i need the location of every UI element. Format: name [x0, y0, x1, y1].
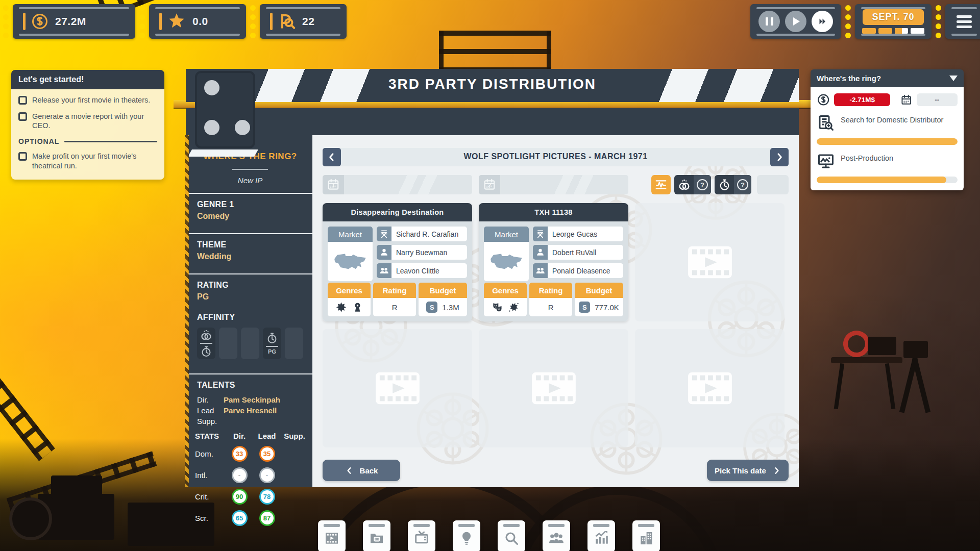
lead-name: Dobert RuVall [548, 245, 623, 260]
tv-button[interactable] [408, 520, 435, 551]
money-chip[interactable]: 27.2M [13, 4, 135, 39]
folding-chair-back [903, 341, 928, 358]
scout-chip[interactable]: 22 [260, 4, 347, 39]
screen-title: 3RD PARTY DISTRIBUTION [186, 76, 799, 92]
project-subtitle: New IP [188, 176, 312, 185]
director-chair-icon [533, 227, 548, 241]
scout-value: 22 [302, 15, 314, 28]
main-toolbar [318, 520, 660, 551]
us-market-map-icon [328, 242, 373, 281]
fast-forward-button[interactable] [812, 11, 833, 32]
talent-role: Lead [197, 406, 224, 415]
fast-forward-icon [816, 15, 828, 28]
chip-accent-bar [159, 13, 162, 30]
talent-role: Supp. [197, 417, 224, 425]
rating-label: RATING [197, 281, 303, 290]
people-icon [533, 263, 548, 278]
chevron-left-icon [345, 466, 354, 475]
studio-button[interactable] [632, 520, 660, 551]
ticket-perforation [936, 5, 941, 38]
ticket-perforation [250, 5, 256, 38]
genre-value: Comedy [197, 212, 303, 221]
empty-offer-slot [635, 329, 785, 447]
play-button[interactable] [785, 11, 806, 32]
quest-checkbox-2[interactable] [18, 112, 27, 121]
director-row: Sichard R. Carafian [377, 227, 467, 241]
stat-badge: 90 [232, 489, 248, 505]
film-strip-icon [324, 530, 340, 546]
next-distributor-button[interactable] [770, 148, 789, 166]
month-progress [862, 28, 924, 34]
affinity-tiles: PG [188, 325, 312, 366]
tracker-task: Post-Production [817, 152, 958, 183]
quest-item-optional: Make profit on your first movie's theatr… [18, 152, 157, 170]
rating-label: Rating [529, 283, 572, 298]
distribution-screen: 3RD PARTY DISTRIBUTION WHERE'S THE RING?… [186, 69, 799, 487]
distributor-pager: WOLF SPOTLIGHT PICTURES - MARCH 1971 [323, 148, 789, 166]
date-chip: SEPT. 70 [855, 4, 932, 39]
menu-chip[interactable] [945, 4, 980, 39]
timing-match-indicator[interactable]: ? [715, 175, 751, 194]
post-production-monitor-icon [817, 152, 835, 170]
offer-title: Disappearing Destination [323, 203, 472, 221]
divider [232, 169, 268, 170]
talent-name[interactable]: Parve Hresnell [224, 406, 277, 415]
staff-button[interactable] [543, 520, 570, 551]
us-market-map-icon [484, 242, 529, 281]
offer-card[interactable]: Disappearing Destination Market Sichard … [323, 203, 472, 321]
offer-card[interactable]: TXH 11138 Market Leorge Gucas Dobert RuV… [479, 203, 628, 321]
help-icon: ? [697, 179, 708, 190]
stats-col: Dir. [226, 432, 253, 440]
tracker-header[interactable]: Where's the ring? [811, 69, 964, 87]
talent-name[interactable]: Pam Seckinpah [224, 395, 280, 404]
genre-label: GENRE 1 [197, 200, 303, 209]
pause-button[interactable] [758, 11, 780, 32]
stats-table: STATS Dir. Lead Supp. Dom. 33 35 Intl. -… [188, 427, 312, 526]
comedy-masks-genre-icon [492, 302, 503, 313]
currency-icon: S [426, 302, 437, 313]
scout-button[interactable] [498, 520, 525, 551]
pick-this-date-button[interactable]: Pick This date [707, 460, 789, 481]
performance-filter-button[interactable] [651, 175, 671, 194]
affinity-tile-empty [285, 328, 303, 359]
release-slot-2[interactable]: 2 [479, 175, 628, 194]
quest-label: Release your first movie in theaters. [32, 95, 150, 105]
chip-accent-bar [270, 13, 273, 30]
people-icon [377, 263, 391, 278]
ideas-button[interactable] [453, 520, 480, 551]
budget-icon [817, 93, 830, 107]
task-label: Post-Production [841, 152, 893, 162]
fame-chip[interactable]: 0.0 [149, 4, 246, 39]
clapper-hinge-stripe [188, 149, 258, 157]
task-progress-bar [817, 138, 958, 145]
slot-number: 1 [323, 182, 344, 188]
rating-label: Rating [373, 283, 416, 298]
chevron-right-icon [774, 152, 785, 162]
rating-column: Rating R [529, 283, 572, 316]
wedding-rings-icon [200, 329, 212, 341]
stats-label: STATS [195, 432, 226, 440]
people-group-icon [548, 530, 565, 546]
clapperboard-body [186, 108, 799, 135]
stat-row-label: Dom. [195, 449, 226, 458]
back-button[interactable]: Back [323, 460, 400, 481]
stats-button[interactable] [587, 520, 615, 551]
market-label: Market [328, 227, 373, 242]
projects-button[interactable] [363, 520, 390, 551]
theme-match-indicator[interactable]: ? [674, 175, 711, 194]
quest-checkbox-3[interactable] [18, 152, 27, 161]
chevron-right-icon [772, 466, 781, 475]
lead-name: Narry Buewman [391, 245, 467, 260]
scout-magnifier-icon [278, 12, 296, 31]
talent-role: Dir. [197, 395, 224, 404]
slot-bar [344, 175, 472, 194]
ticket-perforation [139, 5, 145, 38]
quest-checkbox-1[interactable] [18, 96, 27, 105]
movies-button[interactable] [318, 520, 346, 551]
money-value: 27.2M [55, 15, 86, 28]
empty-offer-slot [635, 203, 785, 321]
director-row: Leorge Gucas [533, 227, 623, 241]
quest-label: Make profit on your first movie's theatr… [32, 152, 157, 170]
stat-badge: - [232, 467, 248, 483]
release-slot-1[interactable]: 1 [323, 175, 472, 194]
